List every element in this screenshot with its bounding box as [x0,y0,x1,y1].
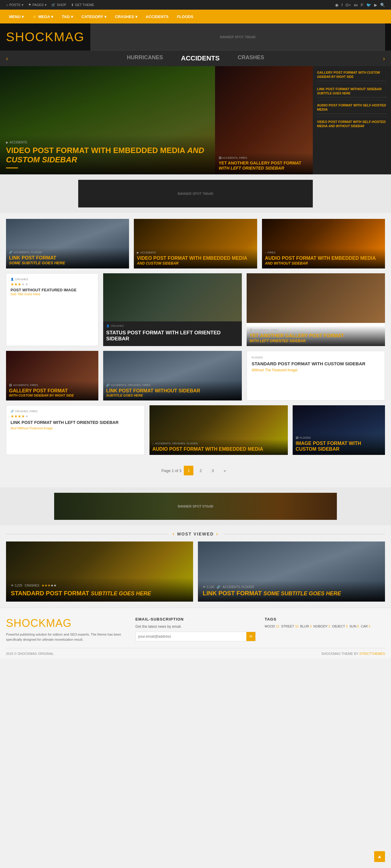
site-logo[interactable]: SHOCKMAG [6,30,85,44]
twitter-icon[interactable]: 🐦 [366,3,371,7]
topbar-pages[interactable]: ⚑ PAGES ▾ [28,3,47,7]
category-hurricanes[interactable]: HURRICANES [127,55,163,62]
post-card-white[interactable]: CRASHES ★★★★★ POST WITHOUT FEATURED IMAG… [6,273,98,346]
rss-icon[interactable]: ◉ [335,3,338,7]
mv-card-1[interactable]: 👁 3,225 CRASHES ★★★★★ STANDARD POST FORM… [6,541,193,601]
post-subtitle: And Without Featured Image [10,426,140,430]
topbar-get-theme[interactable]: ⬇ GET THEME [71,3,94,7]
post-card[interactable]: ACCIDENTS, FLOODS LINK POST FORMAT Some … [6,219,129,269]
list-item[interactable]: LINK POST FORMAT WITHOUT SIDEBAR Subtitl… [317,87,387,100]
nav-crashes[interactable]: CRASHES ▾ [111,10,142,24]
pinterest-icon[interactable]: P [361,3,363,7]
nav-accidents[interactable]: ACCIDENTS [142,10,173,24]
page-2-button[interactable]: 2 [196,466,205,475]
mv-stars-1: ★★★★★ [41,584,57,588]
footer-top: SHOCKMAG Powerful publishing solution fo… [6,617,385,642]
pages-icon: ⚑ [28,3,31,7]
featured-secondary-title: YET ANOTHER GALLERY POST FORMAT With Lef… [219,160,309,171]
post-card-white[interactable]: FLOODS STANDARD POST FORMAT WITH CUSTOM … [247,351,385,401]
nav-menu[interactable]: MENU ▾ [5,10,28,24]
category-crashes[interactable]: CRASHES [238,55,264,62]
post-card[interactable]: ACCIDENTS, CRASHES, FLOODS AUDIO POST FO… [149,405,288,455]
tag-sun[interactable]: SUN 6 [350,624,359,628]
list-item[interactable]: AUDIO POST FORMAT WITH SELF-HOSTED MEDIA [317,103,387,117]
post-categories: FLOODS [252,356,380,359]
link-icon [10,410,14,413]
list-item[interactable]: VIDEO POST FORMAT WITH SELF-HOSTED MEDIA… [317,120,387,131]
divider [317,81,387,81]
footer-brand: SHOCKMAG Powerful publishing solution fo… [6,617,126,642]
vk-icon[interactable]: вк [354,3,358,7]
nav-category[interactable]: CATEGORY ▾ [77,10,111,24]
nav-floods[interactable]: FLOODS [173,10,197,24]
youtube-icon[interactable]: ▶ [374,3,377,7]
tag-street[interactable]: STREET 10 [281,624,298,628]
video-icon: ▶ [6,141,8,144]
fl-title-3: AUDIO POST FORMAT WITH SELF-HOSTED MEDIA [317,103,387,112]
post-card-white[interactable]: CRASHES, FIRES ★★★★★ LINK POST FORMAT WI… [6,405,145,455]
facebook-icon[interactable]: f [341,3,342,7]
category-next[interactable]: › [383,55,385,62]
nav-tag[interactable]: TAG ▾ [57,10,77,24]
topbar-shop[interactable]: 🛒 SHOP [52,3,66,7]
tag-car[interactable]: CAR 5 [361,624,370,628]
category-slider: ‹ HURRICANES ACCIDENTS CRASHES › [0,51,391,66]
featured-main-title: VIDEO POST FORMAT WITH EMBEDDED MEDIA An… [6,146,209,164]
tag-mood[interactable]: MOOD 12 [265,624,279,628]
topbar-posts[interactable]: ⌂ POSTS ▾ [6,3,24,7]
posts-row-3: ACCIDENTS, FIRES GALLERY POST FORMAT Wit… [6,351,385,401]
chevron-down-icon: ▾ [104,14,107,19]
tag-blur[interactable]: BLUR 9 [300,624,311,628]
list-item[interactable]: GALLERY POST FORMAT With Custom Sidebar … [317,70,387,84]
post-card[interactable]: FIRES AUDIO POST FORMAT WITH EMBEDDED ME… [262,219,385,269]
strictthemes-link[interactable]: STRICTTHEMES [359,652,385,655]
google-icon[interactable]: G+ [345,3,351,7]
featured-main[interactable]: ▶ ACCIDENTS VIDEO POST FORMAT WITH EMBED… [0,66,215,175]
tag-object[interactable]: OBJECT 8 [332,624,348,628]
mv-cat-1: CRASHES [25,584,39,587]
post-categories: FIRES [265,251,382,254]
category-accidents[interactable]: ACCIDENTS [181,55,219,62]
post-image [247,273,385,323]
post-card[interactable]: ACCIDENTS, CRASHES, FIRES LINK POST FORM… [103,351,242,401]
post-categories: CRASHES [106,324,239,328]
search-icon[interactable]: 🔍 [380,3,385,7]
site-header: SHOCKMAG BANNER SPOT 768x90 [0,24,391,51]
post-card[interactable]: ACCIDENTS, FIRES YET ANOTHER GALLERY POS… [247,273,385,346]
page-3-button[interactable]: 3 [208,466,217,475]
banner-row-3: BANNER SPOT 970x90 [0,487,391,525]
section-prev[interactable]: ‹ [173,531,175,537]
mv-title-2: LINK POST FORMAT Some Subtitle Goes Here [203,590,380,597]
post-card-dark[interactable]: CRASHES STATUS POST FORMAT WITH LEFT ORI… [103,273,242,346]
post-card[interactable]: ACCIDENTS VIDEO POST FORMAT WITH EMBEDDE… [134,219,257,269]
section-next[interactable]: › [216,531,218,537]
featured-list: GALLERY POST FORMAT With Custom Sidebar … [313,66,391,175]
post-card[interactable]: FLOODS IMAGE POST FORMAT WITH CUSTOM SID… [293,405,385,455]
post-categories: ACCIDENTS, FLOODS [9,251,126,254]
category-items: HURRICANES ACCIDENTS CRASHES [127,55,264,62]
posts-row-4: CRASHES, FIRES ★★★★★ LINK POST FORMAT WI… [6,405,385,455]
most-viewed-grid: 👁 3,225 CRASHES ★★★★★ STANDARD POST FORM… [6,541,385,601]
page-next-button[interactable]: » [220,466,230,475]
footer: SHOCKMAG Powerful publishing solution fo… [0,608,391,658]
mv-card-2[interactable]: 👁 3,120 🔗 ACCIDENTS, FLOODS LINK POST FO… [198,541,385,601]
category-prev[interactable]: ‹ [6,55,8,62]
email-input[interactable] [136,632,246,641]
mv-meta-2: 👁 3,120 🔗 ACCIDENTS, FLOODS [203,585,380,589]
video-icon [137,251,139,254]
link-icon [9,251,12,254]
link-icon [106,384,110,386]
top-bar-nav: ⌂ POSTS ▾ ⚑ PAGES ▾ 🛒 SHOP ⬇ GET THEME [6,3,94,7]
email-submit-button[interactable]: ✉ [246,632,255,641]
post-title: AUDIO POST FORMAT WITH EMBEDDED MEDIA [152,446,285,452]
nav-mega[interactable]: ⚡ MEGA ▾ [28,10,57,24]
tag-nobody[interactable]: NOBODY 5 [313,624,330,628]
post-card[interactable]: ACCIDENTS, FIRES GALLERY POST FORMAT Wit… [6,351,98,401]
section-title-row: ‹ MOST VIEWED › [6,531,385,537]
footer-logo[interactable]: SHOCKMAG [6,617,126,629]
page-1-button[interactable]: 1 [184,466,193,475]
featured-secondary[interactable]: 🖼 ACCIDENTS, FIRES YET ANOTHER GALLERY P… [215,66,313,175]
person-icon [10,278,14,281]
posts-section: ACCIDENTS, FLOODS LINK POST FORMAT Some … [0,213,391,487]
banner-spot-3: BANNER SPOT 970x90 [54,493,337,520]
